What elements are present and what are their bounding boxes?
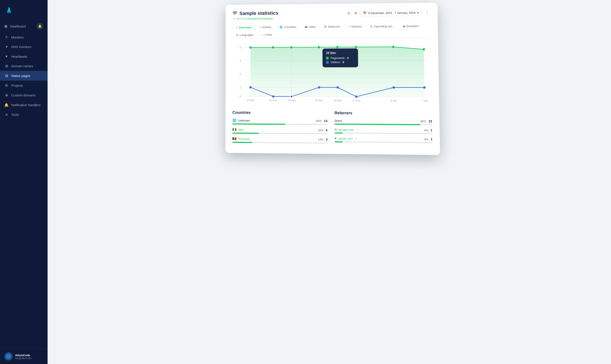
dashboard-icon: ▦ [4, 24, 7, 28]
tab-overview[interactable]: ≡ Overview [233, 24, 255, 31]
copy-button[interactable]: ⧉ [353, 10, 358, 16]
sidebar-item-notification-handlers[interactable]: 🔔 Notification handlers [0, 100, 48, 110]
country-percent: 12% [318, 138, 324, 141]
country-name: Unknown [238, 119, 250, 122]
referrer-bar [335, 124, 420, 125]
svg-point-15 [272, 46, 274, 49]
referrers-title: Referrers [335, 111, 432, 116]
country-count: 3 [326, 138, 327, 141]
tab-cities[interactable]: 🏙 Cities [301, 23, 320, 30]
sidebar-item-label: Dashboard [10, 25, 26, 28]
referrer-percent: 4% [424, 137, 428, 141]
svg-point-25 [318, 86, 320, 89]
sidebar-item-dashboard[interactable]: ▦ Dashboard 🔔 [0, 20, 48, 32]
globe-icon: 🌐 [233, 118, 236, 122]
chevron-down-icon: ▾ [417, 11, 419, 14]
sidebar-item-status-pages[interactable]: ⊟ Status pages [0, 71, 48, 81]
visitors-dot [326, 61, 329, 64]
entries-tab-icon: ≡ [260, 26, 261, 29]
svg-point-14 [249, 46, 251, 49]
chart-tooltip: 22 Dec Pageviews: 4 Visitors: 0 [322, 48, 358, 67]
sidebar-item-dns-monitors[interactable]: ✦ DNS monitors [0, 42, 48, 52]
referrer-count: 1 [431, 137, 433, 141]
status-pages-icon: ⊟ [4, 74, 9, 78]
list-item: 🇷🇴 Romania 12% 3 [233, 137, 327, 143]
tooltip-pageviews-row: Pageviews: 4 [326, 56, 355, 60]
tabs-bar: ≡ Overview ≡ Entries 🌐 Countries 🏙 Citie… [233, 22, 431, 39]
country-bar [233, 123, 286, 125]
tab-devices[interactable]: □ Devices [345, 23, 366, 30]
sidebar: ▦ Dashboard 🔔 ≡ Monitors ✦ DNS monitors … [0, 0, 48, 364]
referrers-tab-icon: ⌘ [324, 25, 327, 28]
domain-icon: ⊞ [4, 64, 9, 68]
referrer-count: 22 [429, 119, 432, 123]
sidebar-logo [0, 0, 48, 18]
svg-text:3: 3 [240, 59, 241, 62]
refresh-button[interactable]: ↻ [347, 10, 351, 16]
sidebar-item-tools[interactable]: ✕ Tools [0, 110, 48, 119]
yahoo-link[interactable]: yahoo.com [338, 137, 353, 140]
country-percent: 56% [316, 119, 322, 122]
country-percent: 16% [318, 128, 324, 132]
sidebar-footer: 🌐 AltumCode hey@altum.dev [0, 349, 48, 364]
sidebar-item-label: DNS monitors [11, 45, 31, 49]
user-email: hey@altum.dev [15, 357, 32, 359]
country-count: 14 [324, 119, 327, 123]
svg-text:25 Dec: 25 Dec [315, 99, 324, 102]
list-item: Y yahoo.com ↗ 4% 1 [335, 137, 433, 143]
visitors-value: 0 [342, 61, 344, 64]
yahoo-icon: Y [335, 137, 337, 140]
romania-link[interactable]: Romania [238, 137, 250, 141]
svg-point-18 [336, 46, 338, 48]
sidebar-item-projects[interactable]: ⚙ Projects [0, 81, 48, 90]
sidebar-item-monitors[interactable]: ≡ Monitors [0, 32, 48, 42]
page-url[interactable]: ↗ 127.0.0.1/66uptime/s/sample/ [233, 17, 278, 21]
sidebar-item-heartbeats[interactable]: ♥ Heartbeats [0, 52, 48, 61]
sidebar-item-label: Heartbeats [11, 55, 27, 58]
tab-referrers[interactable]: ⌘ Referrers [320, 23, 344, 30]
referrers-section: Referrers Direct 88% 22 [335, 111, 433, 148]
calendar-icon: 📅 [363, 12, 366, 15]
sidebar-navigation: ▦ Dashboard 🔔 ≡ Monitors ✦ DNS monitors … [0, 18, 48, 349]
tooltip-visitors-row: Visitors: 0 [326, 61, 355, 64]
pageviews-dot [326, 57, 329, 59]
svg-text:4: 4 [240, 46, 241, 49]
notification-icon: 🔔 [4, 103, 9, 107]
tab-operating-sys[interactable]: ☰ Operating sys... [366, 23, 399, 30]
country-count: 4 [325, 128, 327, 132]
tab-countries[interactable]: 🌐 Countries [276, 23, 300, 30]
browsers-tab-icon: ◉ [403, 25, 405, 28]
sidebar-item-label: Status pages [11, 74, 30, 78]
tab-browsers[interactable]: ◉ Browsers [399, 23, 423, 30]
countries-tab-icon: 🌐 [280, 26, 283, 28]
tab-languages[interactable]: ⊟ Languages [233, 31, 257, 38]
cities-tab-icon: 🏙 [305, 25, 307, 28]
date-range-button[interactable]: 📅 8 December, 2023 - 7 January, 2024 ▾ [360, 9, 422, 16]
sidebar-item-custom-domains[interactable]: ⊕ Custom domains [0, 90, 48, 100]
svg-text:27 Dec: 27 Dec [352, 99, 360, 102]
google-link[interactable]: google.com [338, 128, 354, 131]
external-link-icon: ↗ [356, 128, 358, 131]
title-text: Sample statistics [239, 10, 278, 16]
italy-flag: 🇮🇹 [233, 128, 236, 131]
referrer-name: Direct [335, 119, 342, 123]
tab-entries[interactable]: ≡ Entries [256, 24, 275, 30]
wifi-icon [233, 11, 237, 16]
svg-text:21 Dec: 21 Dec [269, 99, 277, 102]
page-title: Sample statistics [233, 10, 278, 16]
statistics-card: Sample statistics ↗ 127.0.0.1/66uptime/s… [225, 3, 440, 155]
italy-link[interactable]: Italy [238, 128, 244, 131]
date-range-text: 8 December, 2023 - 7 January, 2024 [368, 11, 415, 15]
notification-bell-button[interactable]: 🔔 [36, 23, 43, 30]
countries-title: Countries [233, 110, 327, 115]
more-options-button[interactable]: ⋮ [424, 9, 430, 16]
tab-utms[interactable]: ⌗ UTMs [258, 31, 276, 38]
countries-section: Countries 🌐 Unknown 56% 14 [233, 110, 327, 147]
pageviews-label: Pageviews: [331, 56, 345, 60]
svg-point-23 [272, 95, 274, 98]
sidebar-item-domain-names[interactable]: ⊞ Domain names [0, 61, 48, 71]
referrer-percent: 4% [424, 128, 428, 132]
romania-flag: 🇷🇴 [233, 137, 236, 141]
user-info: AltumCode hey@altum.dev [15, 354, 32, 359]
dns-icon: ✦ [4, 45, 9, 49]
